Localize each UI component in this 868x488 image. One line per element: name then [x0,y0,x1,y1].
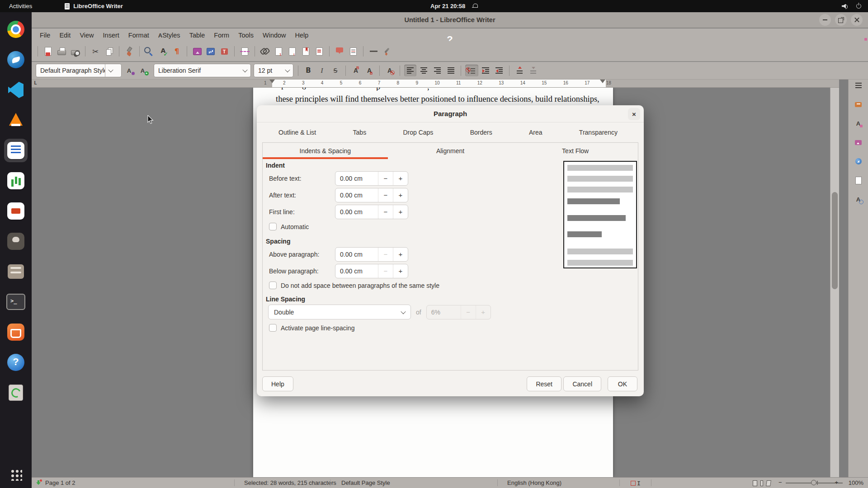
decrement-button[interactable]: − [378,188,393,202]
zoom-in-button[interactable]: + [835,479,838,486]
spin-field[interactable]: 0.00 cm − + [335,188,408,202]
sidebar-properties[interactable] [854,99,863,109]
dock-terminal[interactable] [4,290,28,314]
scrollbar-thumb[interactable] [832,192,838,289]
spin-value[interactable]: 0.00 cm [335,192,378,199]
checkbox-box[interactable] [269,324,277,332]
view-book-button[interactable] [766,480,771,486]
toolbar-formatting-marks[interactable]: ¶ [171,46,183,57]
menu-file[interactable]: File [35,30,55,41]
dock-chrome[interactable] [4,18,28,41]
fmt-decrease-indent[interactable] [493,65,505,76]
menu-help[interactable]: Help [291,30,313,41]
dialog-tab-alignment[interactable]: Alignment [388,143,513,159]
toolbar-insert-cross-reference[interactable] [313,46,326,57]
menu-edit[interactable]: Edit [55,30,75,41]
sidebar-styles[interactable] [854,118,863,128]
cancel-button[interactable]: Cancel [563,376,601,391]
increment-button[interactable]: + [393,188,408,202]
dialog-tab-outline-list[interactable]: Outline & List [276,127,319,138]
font-size-combo[interactable]: 12 pt [254,64,293,77]
dock-impress[interactable] [4,199,28,223]
dock-calc[interactable] [4,169,28,192]
dock-vlc[interactable] [4,108,28,132]
spin-field[interactable]: 0.00 cm − + [335,205,408,219]
toolbar-insert-chart[interactable] [205,46,217,57]
toolbar-insert-bookmark[interactable] [300,46,312,57]
minimize-button[interactable] [819,14,831,26]
activate-page-line-spacing-checkbox[interactable]: Activate page line-spacing [269,324,354,332]
help-button[interactable]: Help [262,376,293,391]
font-size-dropdown[interactable] [282,69,293,72]
page-style-label[interactable]: Default Page Style [341,479,390,486]
system-status-menu[interactable] [842,3,862,9]
word-count-label[interactable]: Selected: 28 words, 215 characters [244,479,336,486]
spin-value[interactable]: 0.00 cm [335,251,378,258]
dialog-header[interactable]: Paragraph × [257,105,644,122]
zoom-out-button[interactable]: − [778,479,782,486]
dialog-tab-borders[interactable]: Borders [467,127,495,138]
checkbox-box[interactable] [269,282,277,289]
dock-files[interactable] [4,260,28,283]
menu-view[interactable]: View [75,30,98,41]
dialog-tab-drop-caps[interactable]: Drop Caps [400,127,436,138]
fmt-subscript[interactable] [363,65,376,76]
spin-value[interactable]: 0.00 cm [335,175,378,182]
fmt-strikethrough[interactable]: S [330,65,342,76]
toolbar-insert-footnote[interactable] [273,46,285,57]
dock-help[interactable] [4,351,28,374]
dialog-tab-indents-spacing[interactable]: Indents & Spacing [263,143,388,159]
checkbox-box[interactable] [269,223,277,230]
page-count-label[interactable]: Page 1 of 2 [45,479,75,486]
increment-button[interactable]: + [393,172,408,185]
decrement-button[interactable]: − [378,205,393,219]
ok-button[interactable]: OK [608,376,637,391]
increment-button[interactable]: + [393,205,408,219]
toolbar-insert-image[interactable] [191,46,203,57]
sidebar-gallery[interactable] [854,137,863,147]
fmt-bold[interactable]: B [302,65,315,76]
font-name-combo[interactable]: Liberation Serif [154,64,251,77]
automatic-checkbox[interactable]: Automatic [269,223,309,230]
view-single-page-button[interactable] [753,480,757,486]
toolbar-print[interactable] [56,46,68,57]
spin-field[interactable]: 0.00 cm − + [335,171,408,186]
save-status-icon[interactable] [36,480,42,486]
spin-field[interactable]: 0.00 cm − + [335,247,408,262]
menu-styles[interactable]: Styles [154,30,185,41]
spin-value[interactable]: 0.00 cm [335,267,378,275]
menu-tools[interactable]: Tools [234,30,258,41]
toolbar-insert-comment[interactable] [334,46,346,57]
menu-format[interactable]: Format [124,30,154,41]
tab-stop-type-selector[interactable]: L [34,80,37,86]
toolbar-export-pdf[interactable] [42,46,54,57]
fmt-clear-formatting[interactable] [384,65,396,76]
fmt-decrease-paragraph-spacing[interactable] [527,65,539,76]
menu-window[interactable]: Window [258,30,291,41]
activities-button[interactable]: Activities [9,3,32,9]
selection-mode-indicator[interactable] [631,480,642,486]
sidebar-navigator[interactable] [854,156,863,166]
dock-app-center[interactable] [4,320,28,344]
dialog-tab-tabs[interactable]: Tabs [350,127,369,138]
fmt-align-center[interactable] [418,65,430,76]
toolbar-copy[interactable] [103,46,115,57]
horizontal-ruler[interactable]: L 1 2 3 4 5 6 7 8 [32,80,839,88]
fmt-align-justify[interactable] [445,65,457,76]
sidebar-page[interactable] [854,175,863,185]
decrement-button[interactable]: − [378,172,393,185]
dock-writer[interactable] [4,139,28,162]
toolbar-print-preview[interactable] [69,46,81,57]
fmt-update-style[interactable] [124,65,136,76]
line-spacing-dropdown[interactable]: Double [268,305,411,319]
increment-button[interactable]: + [393,264,408,278]
fmt-no-list[interactable] [465,65,478,76]
sidebar-sidebar-settings[interactable] [854,80,863,90]
title-bar[interactable]: Untitled 1 - LibreOffice Writer [32,12,868,28]
vertical-scrollbar[interactable] [830,88,839,477]
fmt-new-style[interactable] [137,65,150,76]
no-space-same-style-checkbox[interactable]: Do not add space between paragraphs of t… [269,282,439,289]
fmt-italic[interactable]: I [316,65,328,76]
menu-form[interactable]: Form [209,30,234,41]
toolbar-cut[interactable]: ✂ [90,46,102,57]
